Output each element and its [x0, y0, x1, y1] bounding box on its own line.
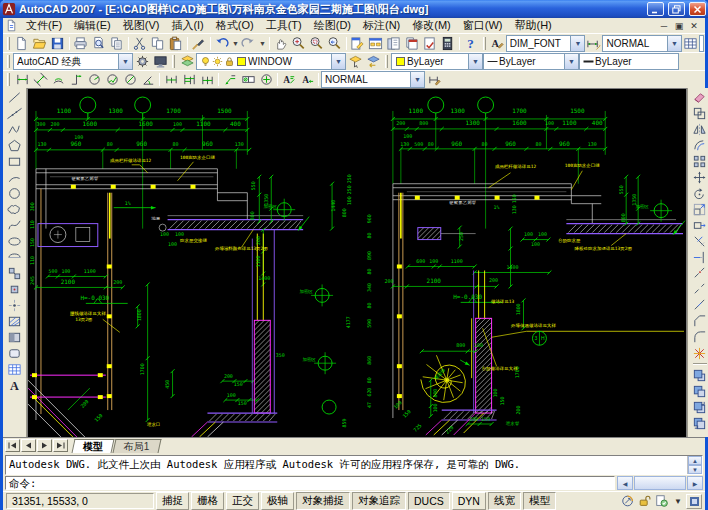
markup-button[interactable]	[421, 35, 439, 51]
undo-history-dropdown[interactable]: ▼	[231, 35, 240, 51]
title-bar[interactable]: AutoCAD 2007 - [E:\CAD图样\CAD施工图\万科南京金色家园…	[0, 0, 708, 18]
send-to-back-button[interactable]	[691, 383, 708, 399]
menu-item-file[interactable]: 文件(F)	[20, 18, 68, 33]
toolbar-grip[interactable]	[7, 55, 10, 68]
chevron-down-icon[interactable]: ▼	[570, 36, 584, 51]
clean-screen-button[interactable]	[686, 494, 702, 509]
break-button[interactable]	[691, 281, 708, 297]
tab-model[interactable]: 模型	[72, 439, 115, 453]
erase-button[interactable]	[691, 89, 708, 105]
help-button[interactable]: ?	[462, 35, 480, 51]
dim-continue-button[interactable]	[198, 72, 216, 88]
table-style-combo[interactable]: Standard	[699, 35, 704, 52]
menu-item-modify[interactable]: 修改(M)	[406, 18, 457, 33]
menu-item-tools[interactable]: 工具(T)	[260, 18, 308, 33]
scroll-up-icon[interactable]: ▲	[688, 456, 702, 465]
menu-item-edit[interactable]: 编辑(E)	[68, 18, 117, 33]
tolerance-button[interactable]	[239, 72, 257, 88]
command-history[interactable]: Autodesk DWG. 此文件上次由 Autodesk 应用程序或 Auto…	[5, 455, 703, 475]
dim-style-combo[interactable]: NORMAL▼	[602, 35, 682, 52]
dim-aligned-button[interactable]	[31, 72, 49, 88]
layer-freeze-sun-icon[interactable]	[212, 56, 223, 67]
previous-tab-button[interactable]	[21, 439, 36, 452]
insert-block-button[interactable]	[6, 265, 24, 281]
plot-preview-button[interactable]	[90, 35, 108, 51]
dim-baseline-button[interactable]	[180, 72, 198, 88]
child-restore-button[interactable]: ▣	[673, 21, 685, 31]
offset-button[interactable]	[691, 137, 708, 153]
linetype-control-combo[interactable]: ByLayer▼	[483, 53, 579, 70]
quick-leader-button[interactable]	[221, 72, 239, 88]
stretch-button[interactable]	[691, 217, 708, 233]
status-toggle-ortho[interactable]: 正交	[226, 492, 259, 510]
chevron-down-icon[interactable]: ▼	[410, 72, 424, 87]
toolbar-grip[interactable]	[172, 55, 175, 68]
menu-item-view[interactable]: 视图(V)	[117, 18, 166, 33]
scroll-right-icon[interactable]: ▶	[687, 476, 703, 490]
center-mark-button[interactable]	[257, 72, 275, 88]
workspace-settings-button[interactable]	[133, 54, 151, 70]
scroll-down-icon[interactable]: ▼	[688, 465, 702, 474]
chevron-down-icon[interactable]: ▼	[564, 54, 578, 69]
properties-button[interactable]	[349, 35, 367, 51]
dim-arc-button[interactable]	[49, 72, 67, 88]
layer-properties-button[interactable]	[178, 54, 196, 70]
status-toggle-ducs[interactable]: DUCS	[408, 492, 450, 510]
bring-above-button[interactable]	[691, 399, 708, 415]
toolbar-grip[interactable]	[385, 55, 388, 68]
trusted-dwg-icon[interactable]	[655, 494, 670, 509]
designcenter-button[interactable]	[367, 35, 385, 51]
command-horizontal-scrollbar[interactable]: ◀ ▶	[617, 476, 703, 490]
move-button[interactable]	[691, 169, 708, 185]
multiline-text-button[interactable]: A	[6, 377, 24, 393]
toolbar-lock-icon[interactable]	[638, 494, 653, 509]
color-control-combo[interactable]: ByLayer▼	[391, 53, 483, 70]
join-button[interactable]	[691, 297, 708, 313]
chevron-down-icon[interactable]: ▼	[468, 54, 482, 69]
break-at-point-button[interactable]	[691, 265, 708, 281]
lineweight-control-combo[interactable]: ByLayer	[579, 53, 679, 70]
dim-ordinate-button[interactable]	[67, 72, 85, 88]
undo-button[interactable]	[213, 35, 231, 51]
point-button[interactable]	[6, 297, 24, 313]
tray-settings-dropdown[interactable]: ▼	[672, 497, 684, 506]
last-tab-button[interactable]	[53, 439, 68, 452]
drawing-canvas[interactable]: 3H 1100130017001500300200160016001001100…	[27, 88, 687, 437]
close-button[interactable]	[689, 2, 706, 16]
chevron-down-icon[interactable]: ▼	[667, 36, 681, 51]
toolbar-grip[interactable]	[7, 73, 10, 86]
quickcalc-button[interactable]	[439, 35, 457, 51]
circle-button[interactable]	[6, 185, 24, 201]
status-toggle-lwt[interactable]: 线宽	[488, 492, 521, 510]
extend-button[interactable]	[691, 249, 708, 265]
revision-cloud-button[interactable]	[6, 201, 24, 217]
save-button[interactable]	[49, 35, 67, 51]
dim-edit-button[interactable]: A	[280, 72, 298, 88]
status-toggle-polar[interactable]: 极轴	[261, 492, 294, 510]
dim-diameter-button[interactable]	[121, 72, 139, 88]
workspace-combo[interactable]: AutoCAD 经典▼	[13, 53, 133, 70]
child-close-button[interactable]: ✕	[688, 21, 700, 31]
region-button[interactable]	[6, 345, 24, 361]
layer-on-bulb-icon[interactable]	[200, 56, 211, 67]
rotate-button[interactable]	[691, 185, 708, 201]
tool-palettes-button[interactable]	[385, 35, 403, 51]
line-button[interactable]	[6, 89, 24, 105]
status-toggle-snap[interactable]: 捕捉	[156, 492, 189, 510]
make-object-layer-button[interactable]	[346, 54, 364, 70]
dim-style-toolbar-combo[interactable]: NORMAL▼	[321, 71, 425, 88]
table-style-button[interactable]	[682, 35, 699, 51]
make-block-button[interactable]	[6, 281, 24, 297]
plot-button[interactable]	[72, 35, 90, 51]
dim-text-edit-button[interactable]: A	[298, 72, 316, 88]
command-prompt[interactable]: 命令:	[5, 476, 615, 490]
menu-item-dimension[interactable]: 标注(N)	[357, 18, 406, 33]
sheetset-manager-button[interactable]	[403, 35, 421, 51]
chevron-down-icon[interactable]: ▼	[331, 54, 345, 69]
fillet-button[interactable]	[691, 329, 708, 345]
menu-item-window[interactable]: 窗口(W)	[457, 18, 509, 33]
table-button[interactable]	[6, 361, 24, 377]
pan-button[interactable]	[272, 35, 290, 51]
hatch-button[interactable]	[6, 313, 24, 329]
dim-jogged-button[interactable]	[103, 72, 121, 88]
